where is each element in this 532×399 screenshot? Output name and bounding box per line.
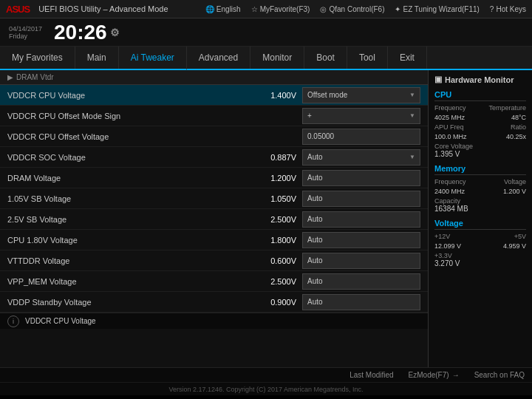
hw-value: 100.0 MHz bbox=[434, 133, 467, 140]
footer: Last Modified EzMode(F7) → Search on FAQ… bbox=[0, 367, 532, 395]
section-arrow-icon: ▶ bbox=[7, 73, 13, 81]
row-label: VTTDDR Voltage bbox=[7, 256, 250, 265]
row-value: 0.900V bbox=[250, 298, 302, 307]
qfan-control[interactable]: ◎ Qfan Control(F6) bbox=[320, 5, 384, 13]
table-row: VTTDDR Voltage 0.600V Auto bbox=[0, 250, 428, 271]
info-bar: i VDDCR CPU Voltage bbox=[0, 313, 428, 329]
my-favorites-f3[interactable]: ☆ MyFavorite(F3) bbox=[251, 5, 310, 13]
section-label: DRAM Vtdr bbox=[16, 73, 54, 81]
row-control[interactable]: Auto bbox=[302, 232, 420, 248]
hw-label: Ratio bbox=[511, 123, 526, 131]
dropdown-offset-mode[interactable]: Offset mode ▼ bbox=[302, 87, 420, 103]
ez-mode-arrow-icon: → bbox=[452, 371, 460, 379]
row-control[interactable]: Offset mode ▼ bbox=[302, 87, 420, 103]
row-value: 1.800V bbox=[250, 236, 302, 245]
text-vppmem[interactable]: Auto bbox=[302, 273, 420, 290]
hw-value: 12.099 V bbox=[434, 242, 461, 250]
hw-row: +12V +5V bbox=[434, 233, 526, 240]
hot-keys[interactable]: ? Hot Keys bbox=[490, 5, 526, 13]
hw-label: +12V bbox=[434, 233, 450, 240]
row-control[interactable]: Auto bbox=[302, 253, 420, 269]
text-105v[interactable]: Auto bbox=[302, 191, 420, 207]
clock-display: 20:26 ⚙ bbox=[54, 21, 120, 44]
hw-label: Voltage bbox=[504, 178, 526, 185]
monitor-icon: ▣ bbox=[434, 75, 442, 84]
hw-row: Frequency Voltage bbox=[434, 178, 526, 185]
search-faq-item[interactable]: Search on FAQ bbox=[474, 371, 525, 379]
info-icon: i bbox=[7, 316, 19, 327]
datetime-bar: 04/14/2017 Friday 20:26 ⚙ bbox=[0, 18, 532, 47]
row-control[interactable]: Auto bbox=[302, 170, 420, 186]
text-180v[interactable]: Auto bbox=[302, 232, 420, 248]
row-label: VPP_MEM Voltage bbox=[7, 277, 250, 286]
hw-label: Temperature bbox=[488, 104, 526, 112]
nav-tool[interactable]: Tool bbox=[347, 47, 388, 69]
row-control[interactable]: Auto bbox=[302, 294, 420, 310]
dropdown-arrow-icon: ▼ bbox=[409, 154, 415, 160]
row-value: 2.500V bbox=[250, 277, 302, 286]
row-value: 1.400V bbox=[250, 91, 302, 100]
hw-capacity: 16384 MB bbox=[434, 205, 526, 213]
row-value: 2.500V bbox=[250, 215, 302, 224]
row-label: VDDP Standby Voltage bbox=[7, 298, 250, 307]
table-row: VPP_MEM Voltage 2.500V Auto bbox=[0, 271, 428, 292]
table-row: VDDCR CPU Voltage 1.400V Offset mode ▼ bbox=[0, 85, 428, 106]
row-control[interactable]: Auto ▼ bbox=[302, 149, 420, 166]
row-label: VDDCR CPU Voltage bbox=[7, 91, 250, 100]
info-text: VDDCR CPU Voltage bbox=[25, 317, 96, 325]
hw-row: 4025 MHz 48°C bbox=[434, 114, 526, 121]
hw-label: +5V bbox=[514, 233, 526, 240]
row-control[interactable]: Auto bbox=[302, 273, 420, 290]
text-vttddr[interactable]: Auto bbox=[302, 253, 420, 269]
row-value: 0.600V bbox=[250, 256, 302, 265]
date-display: 04/14/2017 Friday bbox=[9, 25, 42, 40]
main-layout: ▶ DRAM Vtdr VDDCR CPU Voltage 1.400V Off… bbox=[0, 70, 532, 367]
dropdown-soc[interactable]: Auto ▼ bbox=[302, 149, 420, 166]
row-control[interactable]: 0.05000 bbox=[302, 129, 420, 145]
text-vddp[interactable]: Auto bbox=[302, 294, 420, 310]
hw-label: Frequency bbox=[434, 178, 466, 185]
row-control[interactable]: Auto bbox=[302, 191, 420, 207]
footer-copyright: Version 2.17.1246. Copyright (C) 2017 Am… bbox=[0, 383, 532, 396]
nav-exit[interactable]: Exit bbox=[388, 47, 427, 69]
nav-bar: My Favorites Main Ai Tweaker Advanced Mo… bbox=[0, 47, 532, 70]
text-25v[interactable]: Auto bbox=[302, 211, 420, 228]
hw-value: 40.25x bbox=[506, 133, 526, 140]
hw-value: 4025 MHz bbox=[434, 114, 465, 121]
last-modified-item: Last Modified bbox=[349, 371, 393, 379]
dropdown-sign[interactable]: + ▼ bbox=[302, 108, 420, 124]
footer-top: Last Modified EzMode(F7) → Search on FAQ bbox=[0, 368, 532, 383]
nav-advanced[interactable]: Advanced bbox=[187, 47, 250, 69]
cpu-section-title: CPU bbox=[434, 90, 526, 101]
search-faq-label[interactable]: Search on FAQ bbox=[474, 371, 525, 379]
clock-settings-icon[interactable]: ⚙ bbox=[110, 27, 120, 38]
nav-boot[interactable]: Boot bbox=[304, 47, 347, 69]
text-dram[interactable]: Auto bbox=[302, 170, 420, 186]
row-value: 0.887V bbox=[250, 153, 302, 162]
row-control[interactable]: Auto bbox=[302, 211, 420, 228]
table-row: 1.05V SB Voltage 1.050V Auto bbox=[0, 188, 428, 209]
ez-mode-item[interactable]: EzMode(F7) → bbox=[409, 371, 460, 379]
row-label: VDDCR SOC Voltage bbox=[7, 153, 250, 162]
row-control[interactable]: + ▼ bbox=[302, 108, 420, 124]
hw-label: +3.3V bbox=[434, 252, 526, 259]
table-row: 2.5V SB Voltage 2.500V Auto bbox=[0, 209, 428, 230]
ez-mode-label[interactable]: EzMode(F7) bbox=[409, 371, 449, 379]
nav-monitor[interactable]: Monitor bbox=[250, 47, 304, 69]
hw-core-voltage: 1.395 V bbox=[434, 150, 526, 158]
hw-label: Capacity bbox=[434, 197, 526, 205]
hw-row: 12.099 V 4.959 V bbox=[434, 242, 526, 250]
hw-label: Core Voltage bbox=[434, 143, 526, 150]
dropdown-arrow-icon: ▼ bbox=[409, 92, 415, 98]
hw-row: 100.0 MHz 40.25x bbox=[434, 133, 526, 140]
table-row: DRAM Voltage 1.200V Auto bbox=[0, 168, 428, 188]
top-bar-items: 🌐 English ☆ MyFavorite(F3) ◎ Qfan Contro… bbox=[205, 5, 526, 13]
voltage-section-title: Voltage bbox=[434, 219, 526, 230]
nav-my-favorites[interactable]: My Favorites bbox=[0, 47, 75, 69]
ez-tuning-wizard[interactable]: ✦ EZ Tuning Wizard(F11) bbox=[395, 5, 479, 13]
nav-main[interactable]: Main bbox=[75, 47, 119, 69]
nav-ai-tweaker[interactable]: Ai Tweaker bbox=[119, 47, 187, 70]
table-row: VDDP Standby Voltage 0.900V Auto bbox=[0, 292, 428, 313]
text-offset-voltage[interactable]: 0.05000 bbox=[302, 129, 420, 145]
language-selector[interactable]: 🌐 English bbox=[205, 5, 241, 13]
